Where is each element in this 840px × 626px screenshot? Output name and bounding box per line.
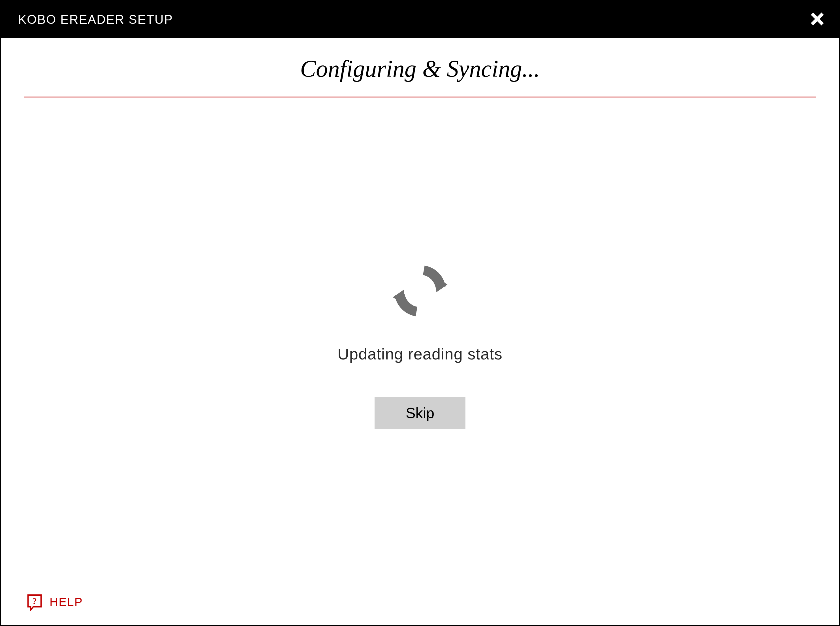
close-button[interactable] [807, 9, 828, 30]
status-message: Updating reading stats [337, 345, 502, 363]
close-icon [809, 11, 825, 27]
app-window: KOBO EREADER SETUP Configuring & Syncing… [0, 0, 840, 626]
skip-button[interactable]: Skip [375, 397, 465, 429]
content-area: Configuring & Syncing... Updating readin… [1, 38, 839, 625]
titlebar: KOBO EREADER SETUP [1, 1, 839, 38]
help-button[interactable]: ? HELP [27, 594, 83, 611]
help-icon: ? [27, 594, 42, 611]
sync-status-area: Updating reading stats Skip [24, 69, 816, 613]
window-title: KOBO EREADER SETUP [18, 13, 173, 27]
svg-text:?: ? [32, 596, 37, 606]
sync-icon [383, 254, 457, 328]
help-label: HELP [50, 595, 83, 609]
